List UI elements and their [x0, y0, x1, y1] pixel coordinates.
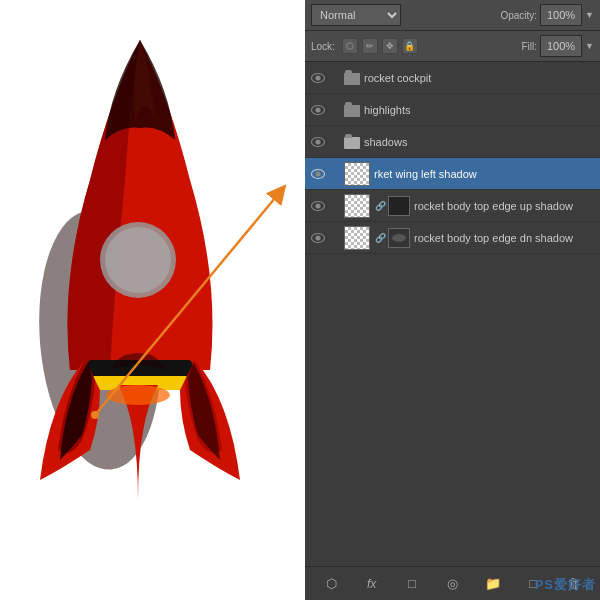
layer-row-wing-shadow[interactable]: rket wing left shadow	[305, 158, 600, 190]
layer-name-body-top-dn: rocket body top edge dn shadow	[414, 232, 596, 244]
thumb-body-top-up	[344, 194, 370, 218]
folder-icon-rocket-cockpit	[344, 71, 360, 85]
fx-button[interactable]: fx	[362, 574, 382, 594]
lock-icons: ⬡ ✏ ✥ 🔒	[342, 38, 418, 54]
layer-row-body-top-up[interactable]: 🔗 rocket body top edge up shadow	[305, 190, 600, 222]
eye-icon-rocket-cockpit[interactable]	[309, 69, 327, 87]
fill-arrow[interactable]: ▼	[585, 41, 594, 51]
layer-name-rocket-cockpit: rocket cockpit	[364, 72, 596, 84]
opacity-section: Opacity: ▼	[500, 4, 594, 26]
watermark: PS爱好者	[535, 576, 596, 594]
layer-row-body-top-dn[interactable]: 🔗 rocket body top edge dn shadow	[305, 222, 600, 254]
thumb-body-top-dn	[344, 226, 370, 250]
lock-row: Lock: ⬡ ✏ ✥ 🔒 Fill: ▼	[305, 31, 600, 62]
blend-mode-select[interactable]: Normal	[311, 4, 401, 26]
layers-list: rocket cockpit highlights shadows rket w…	[305, 62, 600, 548]
svg-point-2	[105, 227, 171, 293]
adjustment-button[interactable]: ◎	[442, 574, 462, 594]
layer-name-wing-shadow: rket wing left shadow	[374, 168, 596, 180]
mask-thumb-body-top-dn	[388, 228, 410, 248]
lock-label: Lock:	[311, 41, 335, 52]
lock-icon-lock[interactable]: 🔒	[402, 38, 418, 54]
lock-icon-checkered[interactable]: ⬡	[342, 38, 358, 54]
eye-icon-body-top-up[interactable]	[309, 197, 327, 215]
layer-name-highlights: highlights	[364, 104, 596, 116]
new-group-button[interactable]: 📁	[483, 574, 503, 594]
rocket-illustration-area	[0, 0, 305, 600]
add-mask-button[interactable]: □	[402, 574, 422, 594]
fill-input[interactable]	[540, 35, 582, 57]
folder-icon-shadows	[344, 135, 360, 149]
fill-label: Fill:	[522, 41, 538, 52]
layer-row-rocket-cockpit[interactable]: rocket cockpit	[305, 62, 600, 94]
fill-section: Fill: ▼	[522, 35, 594, 57]
link-icon-body-top-dn: 🔗	[374, 232, 386, 244]
layer-name-shadows: shadows	[364, 136, 596, 148]
opacity-arrow[interactable]: ▼	[585, 10, 594, 20]
layers-panel: Normal Opacity: ▼ Lock: ⬡ ✏ ✥ 🔒 Fill: ▼	[305, 0, 600, 600]
rocket-svg	[10, 20, 290, 580]
opacity-label: Opacity:	[500, 10, 537, 21]
folder-icon-highlights	[344, 103, 360, 117]
eye-icon-highlights[interactable]	[309, 101, 327, 119]
layer-row-highlights[interactable]: highlights	[305, 94, 600, 126]
link-layers-button[interactable]: ⬡	[321, 574, 341, 594]
mask-thumb-body-top-up	[388, 196, 410, 216]
layer-row-shadows[interactable]: shadows	[305, 126, 600, 158]
lock-icon-move[interactable]: ✥	[382, 38, 398, 54]
thumb-wing-shadow	[344, 162, 370, 186]
lock-icon-pencil[interactable]: ✏	[362, 38, 378, 54]
eye-icon-shadows[interactable]	[309, 133, 327, 151]
panel-toolbar: Normal Opacity: ▼	[305, 0, 600, 31]
link-icon-body-top-up: 🔗	[374, 200, 386, 212]
eye-icon-body-top-dn[interactable]	[309, 229, 327, 247]
layer-name-body-top-up: rocket body top edge up shadow	[414, 200, 596, 212]
svg-point-5	[106, 385, 170, 405]
opacity-input[interactable]	[540, 4, 582, 26]
eye-icon-wing-shadow[interactable]	[309, 165, 327, 183]
